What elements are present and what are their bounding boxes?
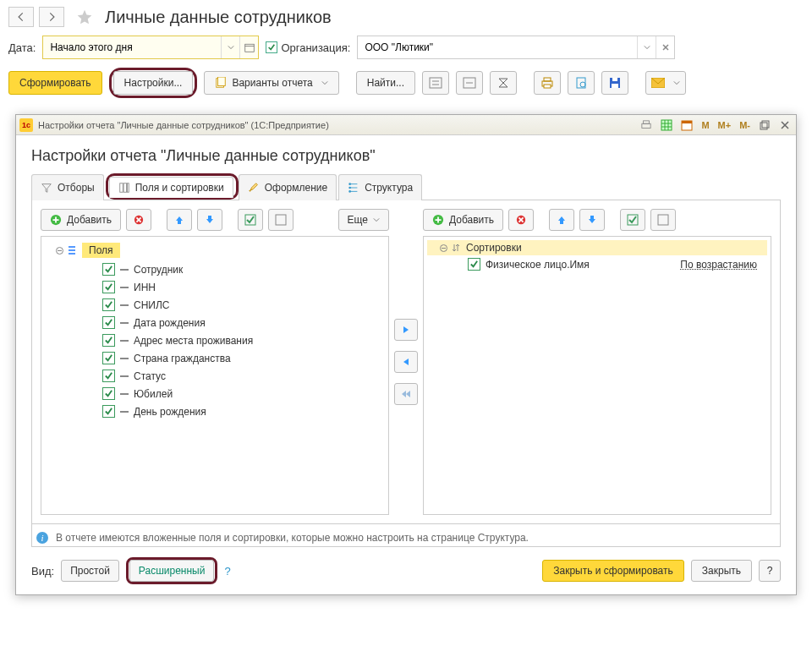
date-input[interactable] xyxy=(43,36,221,58)
org-input[interactable] xyxy=(358,36,637,58)
date-field[interactable] xyxy=(42,36,259,59)
sort-row[interactable]: Физическое лицо.Имя По возрастанию xyxy=(427,255,767,273)
close-button[interactable]: Закрыть xyxy=(691,560,752,582)
memory-mplus[interactable]: M+ xyxy=(716,120,733,130)
field-row[interactable]: День рождения xyxy=(45,402,385,420)
tab-fields-label: Поля и сортировки xyxy=(135,182,224,194)
field-checkbox[interactable] xyxy=(102,316,115,329)
fields-toolbar: Добавить Еще xyxy=(41,209,389,231)
generate-button[interactable]: Сформировать xyxy=(8,71,102,95)
fields-add-button[interactable]: Добавить xyxy=(41,209,121,231)
sort-list[interactable]: Сортировки Физическое лицо.Имя По возрас… xyxy=(423,236,771,515)
close-and-generate-button[interactable]: Закрыть и сформировать xyxy=(542,560,684,582)
tab-appearance-label: Оформление xyxy=(265,182,327,194)
report-variants-button[interactable]: Варианты отчета xyxy=(204,71,338,95)
field-row[interactable]: Страна гражданства xyxy=(45,349,385,367)
window-close-icon[interactable] xyxy=(777,118,793,133)
fields-delete-button[interactable] xyxy=(126,209,151,231)
forward-button[interactable] xyxy=(39,7,64,27)
move-right-button[interactable] xyxy=(394,319,418,341)
variants-label: Варианты отчета xyxy=(232,77,312,89)
collapse-group-button[interactable] xyxy=(456,71,483,95)
preview-button[interactable] xyxy=(568,71,595,95)
sort-uncheckall-button[interactable] xyxy=(650,209,676,231)
tb-grid-icon[interactable] xyxy=(659,118,674,133)
expand-group-button[interactable] xyxy=(422,71,449,95)
collapse-icon[interactable] xyxy=(439,244,447,252)
dialog-titlebar: 1c Настройки отчета "Личные данные сотру… xyxy=(16,115,796,135)
tabs: Отборы Поля и сортировки Оформление Стру… xyxy=(31,173,781,200)
view-advanced-button[interactable]: Расширенный xyxy=(129,560,215,582)
org-dropdown-icon[interactable] xyxy=(637,36,656,58)
info-bar: i В отчете имеются вложенные поля и сорт… xyxy=(31,524,781,547)
help-question-icon[interactable]: ? xyxy=(224,565,230,578)
field-checkbox[interactable] xyxy=(102,370,115,382)
find-button[interactable]: Найти... xyxy=(356,71,415,95)
org-field[interactable] xyxy=(357,36,675,59)
calendar-icon[interactable] xyxy=(239,36,258,58)
tab-fields[interactable]: Поля и сортировки xyxy=(109,177,233,198)
sort-moveup-button[interactable] xyxy=(549,209,574,231)
bottom-row: Вид: Простой Расширенный ? Закрыть и сфо… xyxy=(31,547,781,584)
tb-print-icon[interactable] xyxy=(639,118,654,133)
field-checkbox[interactable] xyxy=(102,405,115,418)
tab-filters[interactable]: Отборы xyxy=(31,174,104,200)
org-checkbox[interactable] xyxy=(266,41,277,53)
view-simple-button[interactable]: Простой xyxy=(61,560,119,582)
fields-movedown-button[interactable] xyxy=(197,209,222,231)
collapse-icon[interactable] xyxy=(55,246,63,255)
move-all-left-button[interactable] xyxy=(394,383,418,405)
field-checkbox[interactable] xyxy=(102,387,115,400)
sort-delete-button[interactable] xyxy=(508,209,534,231)
field-checkbox[interactable] xyxy=(102,334,115,347)
simple-label: Простой xyxy=(70,565,110,577)
sort-add-button[interactable]: Добавить xyxy=(423,209,503,231)
field-row[interactable]: Сотрудник xyxy=(45,260,385,278)
sort-checkbox[interactable] xyxy=(468,258,480,271)
sort-direction[interactable]: По возрастанию xyxy=(680,259,757,271)
tb-calendar-icon[interactable] xyxy=(679,118,694,133)
generate-label: Сформировать xyxy=(19,77,91,89)
fields-more-button[interactable]: Еще xyxy=(338,209,389,231)
field-row[interactable]: Юбилей xyxy=(45,385,385,402)
print-button[interactable] xyxy=(534,71,561,95)
sort-checkall-button[interactable] xyxy=(620,209,645,231)
date-dropdown-icon[interactable] xyxy=(221,36,239,58)
org-clear-icon[interactable] xyxy=(656,36,674,58)
field-row[interactable]: ИНН xyxy=(45,278,385,296)
svg-rect-30 xyxy=(276,215,286,225)
field-label: Сотрудник xyxy=(134,264,183,276)
help-button[interactable]: ? xyxy=(759,560,781,582)
field-checkbox[interactable] xyxy=(102,298,115,311)
dash-icon xyxy=(120,375,129,377)
field-row[interactable]: СНИЛС xyxy=(45,296,385,314)
svg-rect-3 xyxy=(430,78,442,88)
tab-structure[interactable]: Структура xyxy=(338,174,422,200)
main-toolbar: Сформировать Настройки... Варианты отчет… xyxy=(0,66,812,107)
move-left-button[interactable] xyxy=(394,351,418,373)
back-button[interactable] xyxy=(8,7,34,27)
chevron-down-icon xyxy=(673,79,680,86)
tab-appearance[interactable]: Оформление xyxy=(239,174,337,200)
sort-movedown-button[interactable] xyxy=(579,209,605,231)
field-row[interactable]: Адрес места проживания xyxy=(45,331,385,349)
save-button[interactable] xyxy=(601,71,628,95)
email-button[interactable] xyxy=(645,71,686,95)
fields-checkall-button[interactable] xyxy=(238,209,263,231)
memory-m[interactable]: M xyxy=(700,120,710,130)
field-row[interactable]: Дата рождения xyxy=(45,314,385,331)
favorite-star-icon[interactable] xyxy=(74,7,95,27)
fields-moveup-button[interactable] xyxy=(167,209,192,231)
svg-rect-14 xyxy=(642,123,650,128)
field-label: СНИЛС xyxy=(134,299,170,311)
field-row[interactable]: Статус xyxy=(45,367,385,385)
settings-button[interactable]: Настройки... xyxy=(113,71,194,95)
field-checkbox[interactable] xyxy=(102,352,115,364)
window-restore-icon[interactable] xyxy=(757,118,772,133)
fields-uncheckall-button[interactable] xyxy=(268,209,294,231)
fields-list[interactable]: Поля СотрудникИННСНИЛСДата рожденияАдрес… xyxy=(41,236,389,515)
field-checkbox[interactable] xyxy=(102,281,115,293)
field-checkbox[interactable] xyxy=(102,263,115,276)
sum-button[interactable] xyxy=(490,71,517,95)
memory-mminus[interactable]: M- xyxy=(738,120,752,130)
